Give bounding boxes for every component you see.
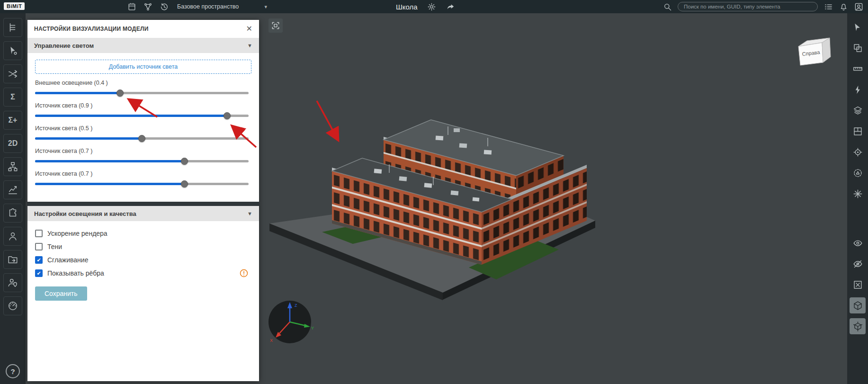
slider-label: Источник света (0.7 ) — [35, 170, 249, 177]
checkbox-unchecked[interactable] — [35, 243, 43, 250]
light-slider[interactable] — [35, 157, 249, 165]
project-title: Школа — [396, 3, 418, 11]
app-logo: BiMiT — [4, 2, 25, 10]
slider-label: Источник света (0.7 ) — [35, 148, 249, 154]
section-light-control[interactable]: Управление светом ▼ — [27, 38, 259, 53]
dashboard-gauge-icon[interactable] — [3, 296, 22, 315]
plugins-puzzle-icon[interactable] — [3, 204, 22, 223]
workspace-selector[interactable]: Базовое пространство ▾ — [177, 0, 267, 13]
storeys-icon[interactable] — [127, 2, 136, 11]
slider-label: Источник света (0.9 ) — [35, 102, 249, 109]
notifications-bell-icon[interactable] — [839, 2, 848, 11]
slider-fill — [35, 183, 185, 185]
section-light-title: Управление светом — [34, 42, 94, 49]
focus-icon — [271, 21, 280, 30]
slider-thumb[interactable] — [224, 112, 231, 119]
light-slider-group: Источник света (0.5 ) — [35, 125, 249, 142]
checkbox-row[interactable]: Ускорение рендера — [35, 227, 251, 240]
select-pointer-icon[interactable] — [3, 41, 22, 60]
pick-element-icon[interactable] — [850, 19, 866, 35]
floor-plan-icon[interactable] — [850, 123, 866, 139]
share-icon[interactable] — [446, 2, 456, 11]
axis-x-label: X — [270, 338, 273, 343]
checkbox-label: Ускорение рендера — [47, 230, 107, 237]
checkbox-row[interactable]: Показывать рёбра — [35, 267, 251, 280]
help-button[interactable]: ? — [6, 364, 20, 378]
add-light-source-button[interactable]: Добавить источник света — [35, 60, 251, 74]
section-planes-icon[interactable] — [850, 102, 866, 118]
light-sliders: Внешнее освещение (0.4 ) Источник света … — [27, 80, 259, 202]
pick-face-icon[interactable] — [850, 40, 866, 56]
chevron-down-icon: ▼ — [247, 211, 252, 216]
light-control-card: Управление светом ▼ Добавить источник св… — [27, 38, 259, 202]
user-location-icon[interactable] — [3, 273, 22, 292]
quality-settings-card: Настройки освещения и качества ▼ Ускорен… — [27, 206, 259, 381]
cut-axes-icon[interactable] — [850, 186, 866, 202]
shared-folder-icon[interactable] — [3, 250, 22, 269]
search-input[interactable] — [678, 2, 818, 11]
slider-label: Внешнее освещение (0.4 ) — [35, 80, 249, 86]
locate-target-icon[interactable] — [850, 144, 866, 160]
light-slider[interactable] — [35, 180, 249, 188]
workspace-label: Базовое пространство — [177, 3, 239, 10]
team-users-icon[interactable] — [3, 227, 22, 246]
topbar-right — [662, 0, 863, 13]
sigma-plus-icon[interactable]: Σ+ — [3, 111, 22, 130]
topbar-center: Школа — [396, 0, 456, 13]
clash-detect-icon[interactable] — [3, 64, 22, 83]
save-button[interactable]: Сохранить — [35, 286, 87, 301]
measure-ruler-icon[interactable] — [850, 61, 866, 77]
slider-thumb[interactable] — [181, 158, 188, 165]
app-root: BiMiT Базовое пространство ▾ Школа ΣΣ+2D… — [0, 0, 868, 384]
checkbox-label: Тени — [47, 243, 62, 250]
slider-thumb[interactable] — [116, 89, 124, 97]
checkbox-row[interactable]: Сглаживание — [35, 253, 251, 267]
light-slider[interactable] — [35, 134, 249, 142]
checkbox-checked[interactable] — [35, 269, 43, 277]
topbar-tools — [127, 0, 169, 13]
checkbox-label: Показывать рёбра — [47, 269, 104, 277]
axis-z-label: Z — [295, 303, 297, 308]
slider-fill — [35, 160, 185, 162]
history-icon[interactable] — [159, 2, 169, 11]
quality-checkboxes: Ускорение рендера Тени Сглаживание Показ… — [27, 221, 259, 280]
settings-gear-icon[interactable] — [427, 2, 437, 11]
chevron-down-icon: ▼ — [247, 43, 252, 48]
light-slider-group: Внешнее освещение (0.4 ) — [35, 80, 249, 97]
fit-view-button[interactable] — [268, 18, 283, 33]
model-3d-box-icon[interactable] — [850, 297, 866, 313]
search-icon[interactable] — [662, 2, 672, 11]
2d-view-icon[interactable]: 2D — [3, 134, 22, 153]
hide-eye-off-icon[interactable] — [850, 256, 866, 272]
visibility-eye-icon[interactable] — [850, 235, 866, 251]
section-quality-settings[interactable]: Настройки освещения и качества ▼ — [27, 206, 259, 221]
light-slider[interactable] — [35, 112, 249, 119]
section-box-icon[interactable] — [850, 318, 866, 334]
slider-fill — [35, 137, 142, 140]
hide-selected-box-icon[interactable] — [850, 277, 866, 293]
light-slider-group: Источник света (0.9 ) — [35, 102, 249, 119]
menu-list-icon[interactable] — [823, 2, 833, 11]
slider-thumb[interactable] — [181, 180, 188, 188]
building-model-3d — [265, 111, 639, 305]
warning-icon[interactable] — [239, 268, 249, 278]
quick-clip-icon[interactable] — [850, 81, 866, 98]
close-icon[interactable]: ✕ — [246, 25, 252, 33]
light-slider-group: Источник света (0.7 ) — [35, 148, 249, 165]
slider-thumb[interactable] — [138, 135, 145, 142]
structure-icon[interactable] — [143, 2, 152, 11]
area-select-icon[interactable] — [850, 165, 866, 181]
checkbox-unchecked[interactable] — [35, 230, 43, 237]
axis-y-label: Y — [311, 326, 314, 330]
nav-cube[interactable]: Справа — [792, 36, 837, 76]
checkbox-row[interactable]: Тени — [35, 240, 251, 253]
axis-gizmo[interactable]: Z Y X — [263, 295, 316, 348]
user-account-icon[interactable] — [854, 2, 863, 11]
checkbox-checked[interactable] — [35, 256, 43, 264]
sigma-icon[interactable]: Σ — [3, 88, 22, 107]
light-slider[interactable] — [35, 89, 249, 97]
charts-icon[interactable] — [3, 180, 22, 199]
panel-header: НАСТРОЙКИ ВИЗУАЛИЗАЦИИ МОДЕЛИ ✕ — [27, 20, 259, 38]
model-tree-icon[interactable] — [3, 18, 22, 37]
org-chart-icon[interactable] — [3, 157, 22, 176]
